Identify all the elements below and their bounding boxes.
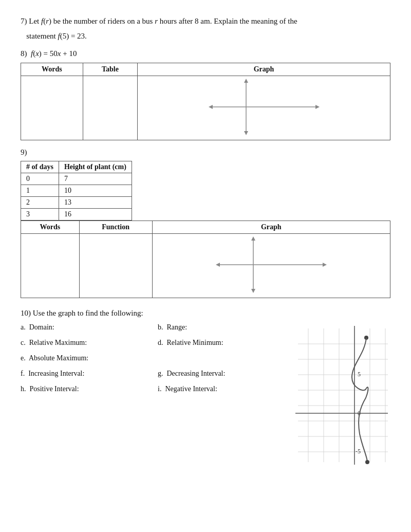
q8-table: Words Table Graph (21, 63, 390, 140)
question-9: 9) # of days Height of plant (cm) 0 7 1 … (21, 146, 390, 299)
q10-item-d: d. Relative Minimum: (158, 339, 285, 347)
q7-text: 7) Let f(r) be the number of riders on a… (21, 15, 390, 27)
q10-e-letter: e. (21, 354, 26, 362)
q9-col-words: Words (21, 221, 80, 234)
svg-marker-2 (244, 131, 248, 135)
q9-graph-cell (152, 234, 390, 298)
q10-left-panel: a. Domain: b. Range: c. Relative Maximum… (21, 323, 285, 469)
q9-col-function: Function (79, 221, 152, 234)
q8-graph-cell (138, 76, 390, 140)
q8-col-table: Table (83, 63, 137, 76)
q10-item-i: i. Negative Interval: (158, 385, 285, 393)
q10-b-label: Range: (167, 323, 188, 331)
q9-col-height: Height of plant (cm) (59, 161, 132, 173)
q9-row-1: 1 10 (21, 185, 132, 197)
q9-row-3: 3 16 (21, 209, 132, 221)
q10-item-b: b. Range: (158, 323, 285, 332)
q10-g-letter: g. (158, 370, 163, 377)
q10-d-label: Relative Minimum: (167, 339, 223, 346)
q10-item-c: c. Relative Maximum: (21, 339, 147, 347)
q9-cell-day-3: 3 (21, 209, 59, 221)
q10-f-label: Increasing Interval: (28, 370, 84, 377)
q10-item-f: f. Increasing Interval: (21, 370, 147, 378)
q9-wfg-table: Words Function Graph (21, 221, 390, 298)
q8-text: 8) f(x) = 50x + 10 (21, 48, 390, 60)
q9-cell-height-2: 13 (59, 197, 132, 209)
q8-table-cell (83, 76, 137, 140)
q10-e-label: Absolute Maximum: (29, 354, 88, 362)
q10-graph-dot-bottom (365, 460, 369, 464)
q9-cell-day-0: 0 (21, 173, 59, 185)
q9-row-2: 2 13 (21, 197, 132, 209)
q10-i-label: Negative Interval: (165, 385, 217, 393)
q9-col-graph: Graph (152, 221, 390, 234)
q10-graph-panel: 5 0 -5 (293, 323, 390, 469)
q9-col-days: # of days (21, 161, 59, 173)
q9-cell-day-1: 1 (21, 185, 59, 197)
q10-item-e: e. Absolute Maximum: (21, 354, 285, 362)
q10-f-letter: f. (21, 370, 25, 377)
q10-item-g: g. Decreasing Interval: (158, 370, 285, 378)
q9-function-cell (79, 234, 152, 298)
q10-b-letter: b. (158, 323, 163, 331)
q10-a-label: Domain: (29, 323, 54, 331)
q10-a-letter: a. (21, 323, 26, 331)
q8-col-graph: Graph (138, 63, 390, 76)
question-8: 8) f(x) = 50x + 10 Words Table Graph (21, 48, 390, 140)
q8-graph-svg (205, 76, 323, 138)
q9-label: 9) (21, 146, 390, 158)
svg-marker-4 (315, 105, 320, 109)
q10-row-ab: a. Domain: b. Range: (21, 323, 285, 332)
question-7: 7) Let f(r) be the number of riders on a… (21, 15, 390, 42)
q10-graph-svg: 5 0 -5 (293, 323, 388, 467)
q9-words-cell (21, 234, 80, 298)
q10-row-fg: f. Increasing Interval: g. Decreasing In… (21, 370, 285, 378)
q10-row-cd: c. Relative Maximum: d. Relative Minimum… (21, 339, 285, 347)
q9-graph-svg (212, 234, 330, 296)
svg-marker-7 (251, 236, 255, 241)
q10-item-a: a. Domain: (21, 323, 147, 332)
q7-label: 7) (21, 17, 27, 25)
q10-graph-label-5: 5 (358, 371, 361, 378)
q7-content: Let f(r) be the number of riders on a bu… (29, 17, 297, 25)
q9-row-0: 0 7 (21, 173, 132, 185)
q9-cell-day-2: 2 (21, 197, 59, 209)
q10-i-letter: i. (158, 385, 161, 393)
svg-marker-5 (209, 105, 213, 109)
q8-col-words: Words (21, 63, 83, 76)
q9-data-table: # of days Height of plant (cm) 0 7 1 10 … (21, 161, 132, 221)
q10-d-letter: d. (158, 339, 163, 346)
q10-c-letter: c. (21, 339, 26, 346)
q10-item-h: h. Positive Interval: (21, 385, 147, 393)
svg-marker-10 (323, 263, 327, 267)
q10-intro-text: 10) Use the graph to find the following: (21, 307, 390, 319)
q8-label: 8) (21, 49, 27, 58)
svg-marker-1 (244, 79, 248, 83)
svg-marker-8 (251, 289, 255, 293)
q7-text2: statement f(5) = 23. (21, 30, 390, 42)
q10-h-label: Positive Interval: (30, 385, 79, 393)
q10-g-label: Decreasing Interval: (167, 370, 226, 377)
q10-h-letter: h. (21, 385, 26, 393)
q9-cell-height-0: 7 (59, 173, 132, 185)
q10-content: a. Domain: b. Range: c. Relative Maximum… (21, 323, 390, 469)
svg-marker-11 (216, 263, 220, 267)
q10-c-label: Relative Maximum: (29, 339, 87, 346)
question-10: 10) Use the graph to find the following:… (21, 307, 390, 469)
q9-cell-height-1: 10 (59, 185, 132, 197)
q9-cell-height-3: 16 (59, 209, 132, 221)
q10-graph-label-neg5: -5 (356, 448, 361, 455)
q8-words-cell (21, 76, 83, 140)
q10-label: 10) (21, 309, 31, 317)
q10-row-hi: h. Positive Interval: i. Negative Interv… (21, 385, 285, 393)
